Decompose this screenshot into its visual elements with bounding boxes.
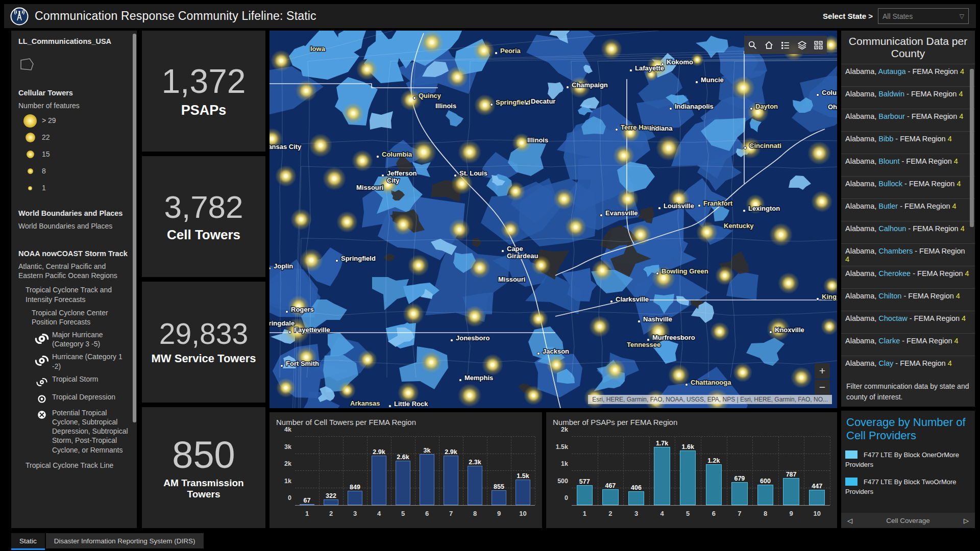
hurricane-icon bbox=[32, 352, 52, 368]
bar-region-3[interactable] bbox=[628, 491, 644, 505]
bar-region-10[interactable] bbox=[809, 490, 825, 505]
tower-dot-icon bbox=[18, 133, 42, 142]
county-row[interactable]: Alabama, Clarke - FEMA Region 4 bbox=[841, 333, 975, 356]
bar-region-8[interactable] bbox=[468, 466, 482, 505]
bar-value-label: 1.7k bbox=[656, 440, 668, 447]
map-label-peoria: Peoria bbox=[500, 47, 521, 55]
map-label-quincy: Quincy bbox=[419, 92, 442, 99]
pager-label: Cell Coverage bbox=[859, 517, 958, 524]
search-icon[interactable] bbox=[746, 39, 758, 51]
stat-value: 29,833 bbox=[159, 319, 248, 349]
size-class-row: > 29 bbox=[18, 112, 135, 129]
tab-static[interactable]: Static bbox=[11, 533, 45, 550]
map-label-illinois: Illinois bbox=[435, 102, 456, 110]
coverage-panel: Coverage by Number of Cell Providers F47… bbox=[841, 411, 975, 528]
tower-dot-icon bbox=[18, 151, 42, 158]
county-row[interactable]: Alabama, Cherokee - FEMA Region 4 bbox=[841, 266, 975, 288]
county-row[interactable]: Alabama, Chambers - FEMA Region 4 bbox=[841, 243, 975, 266]
pager-prev-icon[interactable]: ◁ bbox=[841, 517, 859, 524]
legend-icon[interactable] bbox=[779, 39, 792, 51]
county-row[interactable]: Alabama, Barbour - FEMA Region 4 bbox=[841, 109, 975, 131]
bar-region-8[interactable] bbox=[757, 485, 773, 505]
bar-value-label: 600 bbox=[760, 478, 771, 485]
bar-region-3[interactable] bbox=[348, 491, 362, 505]
county-row[interactable]: Alabama, Clay - FEMA Region 4 bbox=[841, 356, 975, 378]
bar-value-label: 67 bbox=[304, 497, 311, 504]
home-icon[interactable] bbox=[763, 39, 775, 51]
bar-region-2[interactable] bbox=[602, 489, 618, 505]
x-axis-tick: 1 bbox=[583, 510, 586, 517]
county-row-text: Alabama, Bullock - FEMA Region 4 bbox=[845, 180, 961, 188]
bar-value-label: 447 bbox=[812, 483, 822, 490]
bar-region-7[interactable] bbox=[444, 456, 458, 505]
county-row[interactable]: Alabama, Baldwin - FEMA Region 4 bbox=[841, 86, 975, 109]
map-attribution: Esri, HERE, Garmin, FAO, NOAA, USGS, EPA… bbox=[588, 395, 832, 404]
bottom-tabs: StaticDisaster Information Reporting Sys… bbox=[11, 533, 204, 550]
pager-next-icon[interactable]: ▷ bbox=[958, 517, 975, 524]
stat-card-psaps: 1,372 PSAPs bbox=[142, 31, 265, 152]
zoom-in-button[interactable]: + bbox=[815, 363, 830, 379]
storm-legend-row: Potential Tropical Cyclone, Subtropical … bbox=[32, 408, 135, 455]
state-dropdown[interactable]: All States ▽ bbox=[878, 8, 969, 24]
layers-icon[interactable] bbox=[796, 39, 808, 51]
bar-region-4[interactable] bbox=[372, 456, 386, 505]
size-class-label: 15 bbox=[42, 149, 50, 159]
bar-region-10[interactable] bbox=[516, 480, 530, 505]
map-label-rogers: Rogers bbox=[291, 306, 314, 313]
county-row[interactable]: Alabama, Autauga - FEMA Region 4 bbox=[841, 64, 975, 86]
bar-region-7[interactable] bbox=[731, 482, 747, 505]
hurricane-major-icon bbox=[32, 330, 52, 346]
bar-region-6[interactable] bbox=[706, 464, 722, 505]
zoom-out-button[interactable]: − bbox=[815, 380, 830, 395]
bar-region-1[interactable] bbox=[300, 504, 314, 505]
bar-region-1[interactable] bbox=[577, 485, 593, 505]
y-axis-tick: 0 bbox=[288, 494, 291, 502]
bar-value-label: 406 bbox=[631, 484, 642, 491]
x-axis-tick: 5 bbox=[401, 510, 405, 517]
tab-disaster[interactable]: Disaster Information Reporting System (D… bbox=[46, 533, 204, 548]
bar-region-2[interactable] bbox=[324, 499, 338, 505]
county-row[interactable]: Alabama, Choctaw - FEMA Region 4 bbox=[841, 311, 975, 333]
stat-card-am-transmission-towers: 850 AM Transmission Towers bbox=[142, 407, 265, 528]
bar-region-6[interactable] bbox=[420, 454, 434, 506]
map-label-lexington: Lexington bbox=[748, 205, 780, 212]
map-canvas[interactable]: IowaPeoriaKokomoLafayetteMuncieChampaign… bbox=[270, 31, 837, 408]
bar-region-5[interactable] bbox=[680, 450, 696, 505]
county-row[interactable]: Alabama, Calhoun - FEMA Region 4 bbox=[841, 221, 975, 243]
bar-region-4[interactable] bbox=[654, 447, 670, 505]
map-label-missouri: Missouri bbox=[498, 276, 525, 283]
county-scrollbar[interactable] bbox=[970, 69, 974, 227]
map-label-lafayette: Lafayette bbox=[635, 64, 664, 72]
county-row[interactable]: Alabama, Chilton - FEMA Region 4 bbox=[841, 288, 975, 311]
map-label-memphis: Memphis bbox=[464, 374, 493, 382]
bar-region-9[interactable] bbox=[492, 490, 506, 505]
map-label-jonesboro: Jonesboro bbox=[456, 334, 490, 342]
county-row-text: Alabama, Chambers - FEMA Region 4 bbox=[845, 247, 971, 263]
sidebar-scrollbar[interactable] bbox=[133, 34, 136, 422]
county-row[interactable]: Alabama, Butler - FEMA Region 4 bbox=[841, 198, 975, 221]
map-label-clarksville: Clarksville bbox=[616, 295, 649, 303]
map-label-arkansas: Arkansas bbox=[350, 399, 380, 407]
coverage-legend-label: F477 LTE By Block TwoOrMore Providers bbox=[845, 478, 957, 496]
bar-value-label: 1.2k bbox=[707, 457, 720, 464]
y-axis-tick: 500 bbox=[557, 478, 568, 485]
x-axis-tick: 4 bbox=[660, 510, 664, 517]
x-axis-tick: 9 bbox=[497, 510, 501, 517]
map-panel[interactable]: IowaPeoriaKokomoLafayetteMuncieChampaign… bbox=[270, 31, 837, 408]
county-row[interactable]: Alabama, Bibb - FEMA Region 4 bbox=[841, 131, 975, 154]
map-label-missouri: Missouri bbox=[356, 184, 383, 191]
bar-value-label: 855 bbox=[494, 483, 504, 490]
polygon-layer-icon bbox=[19, 58, 35, 71]
bar-region-9[interactable] bbox=[783, 478, 799, 505]
county-list: Alabama, Autauga - FEMA Region 4Alabama,… bbox=[841, 64, 975, 378]
tower-dot-icon bbox=[18, 168, 42, 174]
x-axis-tick: 1 bbox=[305, 510, 309, 517]
y-axis-tick: 4k bbox=[284, 426, 291, 433]
county-row[interactable]: Alabama, Blount - FEMA Region 4 bbox=[841, 154, 975, 176]
x-axis-tick: 6 bbox=[425, 510, 429, 517]
county-row[interactable]: Alabama, Bullock - FEMA Region 4 bbox=[841, 176, 975, 198]
basemap-icon[interactable] bbox=[813, 39, 825, 51]
y-axis-tick: 2k bbox=[561, 426, 568, 433]
county-row-text: Alabama, Calhoun - FEMA Region 4 bbox=[845, 224, 965, 233]
bar-region-5[interactable] bbox=[396, 461, 410, 505]
